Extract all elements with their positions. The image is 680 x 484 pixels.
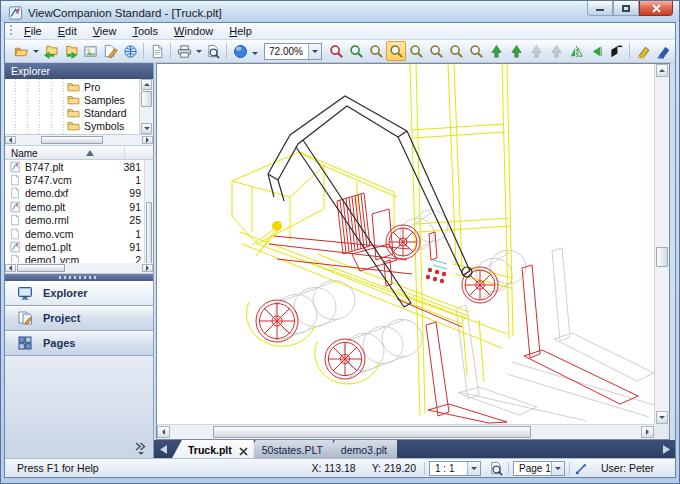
file-row-demo.plt[interactable]: demo.plt91 — [5, 200, 144, 213]
tab-scroll-left-button[interactable] — [157, 440, 170, 458]
document-tab-truck.plt[interactable]: Truck.plt — [172, 440, 254, 458]
find-button[interactable] — [673, 41, 676, 61]
canvas-scroll-down-button[interactable] — [656, 411, 668, 424]
zoom-window-button[interactable] — [406, 41, 426, 61]
print-dropdown[interactable] — [194, 41, 203, 61]
title-bar[interactable]: ViewCompanion Standard - [Truck.plt] — [1, 1, 679, 22]
tree-item-pro[interactable]: Pro — [5, 80, 139, 93]
tree-scroll-left-button[interactable] — [5, 136, 16, 144]
canvas-scroll-right-button[interactable] — [641, 426, 654, 438]
copy-to-clipboard-button[interactable] — [147, 41, 167, 61]
file-properties-button[interactable] — [100, 41, 120, 61]
markup-marker-button[interactable] — [653, 41, 673, 61]
highlight-marker-button[interactable] — [633, 41, 653, 61]
panel-splitter[interactable] — [5, 274, 153, 281]
zoom-in-button[interactable] — [346, 41, 366, 61]
tree-item-samples[interactable]: Samples — [5, 93, 139, 106]
nav-button-project[interactable]: Project — [5, 306, 153, 331]
zoom-all-button[interactable] — [386, 41, 406, 61]
name-column-header[interactable]: Name — [11, 148, 38, 159]
document-tab-demo3.plt[interactable]: demo3.plt — [325, 440, 397, 458]
rotate-left-button[interactable] — [486, 41, 506, 61]
tree-vertical-scrollbar[interactable] — [139, 79, 153, 134]
minimize-button[interactable] — [587, 1, 613, 16]
file-row-demo1.vcm[interactable]: demo1.vcm2 — [5, 254, 144, 263]
scale-dropdown-icon[interactable] — [467, 462, 480, 475]
file-info-button[interactable] — [120, 41, 140, 61]
mirror-vertical-button[interactable] — [586, 41, 606, 61]
tree-hscroll-thumb[interactable] — [41, 136, 103, 144]
canvas-hscroll-thumb[interactable] — [213, 426, 531, 438]
drawing-canvas[interactable] — [157, 64, 654, 424]
tree-scroll-down-button[interactable] — [141, 123, 152, 134]
tree-scroll-right-button[interactable] — [142, 136, 153, 144]
nav-button-explorer[interactable]: Explorer — [5, 281, 153, 306]
menu-edit[interactable]: Edit — [50, 23, 85, 39]
open-file-dropdown[interactable] — [31, 41, 40, 61]
file-list-header[interactable]: Name — [5, 146, 153, 160]
file-row-b747.vcm[interactable]: B747.vcm1 — [5, 173, 144, 186]
previous-file-button[interactable] — [40, 41, 60, 61]
measure-icon[interactable] — [573, 461, 590, 476]
list-scroll-right-button[interactable] — [142, 264, 153, 272]
tree-scroll-thumb[interactable] — [141, 91, 152, 107]
print-button[interactable] — [174, 41, 194, 61]
zoom-level-combo[interactable]: 72.00% — [264, 43, 322, 60]
scale-combo[interactable]: 1 : 1 — [429, 461, 481, 476]
tab-close-icon[interactable] — [239, 446, 248, 455]
file-row-demo1.plt[interactable]: demo1.plt91 — [5, 240, 144, 253]
canvas-vscroll-thumb[interactable] — [656, 247, 668, 267]
pages-column-header[interactable] — [125, 146, 153, 159]
tree-item-symbols[interactable]: Symbols — [5, 119, 139, 132]
print-preview-button[interactable] — [203, 41, 223, 61]
list-hscroll-thumb[interactable] — [17, 264, 65, 272]
file-list[interactable]: B747.plt381B747.vcm1demo.dxf99demo.plt91… — [5, 160, 153, 263]
zoom-out-button[interactable] — [326, 41, 346, 61]
file-row-b747.plt[interactable]: B747.plt381 — [5, 160, 144, 173]
zoom-page-button[interactable] — [446, 41, 466, 61]
zoom-to-scale-icon[interactable] — [488, 461, 505, 476]
zoom-selection-button[interactable] — [466, 41, 486, 61]
page-combo[interactable]: Page 1 — [513, 461, 565, 476]
rotate-right-button[interactable] — [506, 41, 526, 61]
file-row-demo.vcm[interactable]: demo.vcm1 — [5, 227, 144, 240]
canvas-scroll-up-button[interactable] — [656, 64, 668, 77]
menu-view[interactable]: View — [85, 23, 125, 39]
maximize-button[interactable] — [613, 1, 639, 16]
list-vertical-scrollbar[interactable] — [144, 160, 153, 263]
file-row-demo.dxf[interactable]: demo.dxf99 — [5, 187, 144, 200]
menu-file[interactable]: File — [16, 23, 50, 39]
canvas-horizontal-scrollbar[interactable] — [157, 424, 654, 439]
configure-buttons-chevron-icon[interactable] — [133, 441, 149, 455]
tab-scroll-right-button[interactable] — [660, 440, 673, 458]
document-tab-50states.plt[interactable]: 50states.PLT — [246, 440, 333, 458]
page-dropdown-icon[interactable] — [551, 462, 564, 475]
toolbar-overflow[interactable] — [250, 41, 260, 61]
canvas-vertical-scrollbar[interactable] — [654, 64, 669, 424]
zoom-previous-button[interactable] — [366, 41, 386, 61]
open-file-button[interactable] — [11, 41, 31, 61]
flip-horizontal-button[interactable] — [526, 41, 546, 61]
list-scroll-thumb[interactable] — [146, 202, 152, 263]
help-button[interactable] — [230, 41, 250, 61]
next-file-button[interactable] — [60, 41, 80, 61]
mirror-horizontal-button[interactable] — [566, 41, 586, 61]
close-button[interactable] — [639, 1, 673, 16]
tree-horizontal-scrollbar[interactable] — [5, 135, 153, 146]
file-row-demo.rml[interactable]: demo.rml25 — [5, 214, 144, 227]
canvas-scroll-left-button[interactable] — [157, 426, 170, 438]
tree-item-standard[interactable]: Standard — [5, 106, 139, 119]
list-horizontal-scrollbar[interactable] — [5, 263, 153, 274]
flip-vertical-button[interactable] — [546, 41, 566, 61]
menu-window[interactable]: Window — [166, 23, 221, 39]
tree-scroll-up-button[interactable] — [141, 79, 152, 90]
zoom-width-button[interactable] — [426, 41, 446, 61]
list-scroll-left-button[interactable] — [5, 264, 16, 272]
menu-tools[interactable]: Tools — [124, 23, 166, 39]
convert-file-button[interactable] — [80, 41, 100, 61]
folder-tree[interactable]: ProSamplesStandardSymbols — [5, 79, 153, 135]
menu-help[interactable]: Help — [221, 23, 260, 39]
rotate-angle-button[interactable] — [606, 41, 626, 61]
zoom-level-dropdown-icon[interactable] — [308, 44, 321, 59]
nav-button-pages[interactable]: Pages — [5, 331, 153, 356]
